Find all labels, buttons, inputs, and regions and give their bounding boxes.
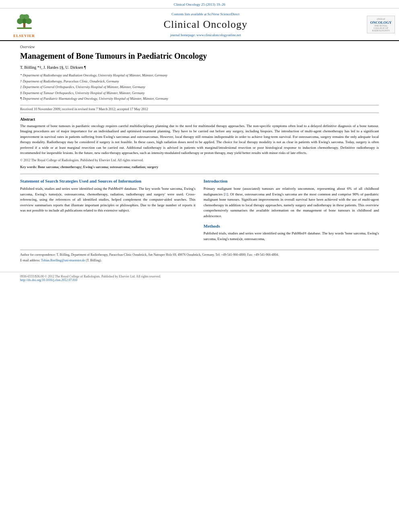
- footer-doi[interactable]: http://dx.doi.org/10.1016/j.clon.2012.07…: [20, 278, 77, 282]
- sciverse-link: Contents lists available at SciVerse Sci…: [48, 12, 363, 16]
- page: Clinical Oncology 25 (2013) 19–26 ELSEVI…: [0, 0, 399, 284]
- article-title: Management of Bone Tumours in Paediatric…: [20, 51, 379, 61]
- author-details: T. Bölling, Department of Radiotherapy, …: [56, 253, 279, 257]
- search-strategies-heading: Statement of Search Strategies Used and …: [20, 178, 195, 184]
- elsevier-logo: ELSEVIER: [4, 11, 44, 38]
- elsevier-label: ELSEVIER: [13, 34, 35, 38]
- journal-ref-bar: Clinical Oncology 25 (2013) 19–26: [0, 0, 399, 8]
- elsevier-tree-icon: [13, 11, 35, 33]
- homepage-url[interactable]: www.clinicaloncologyonline.net: [197, 33, 241, 37]
- footer-notes: Author for correspondence: T. Bölling, D…: [20, 250, 379, 263]
- email-address[interactable]: Tobias.Boelling@uni-muenster.de: [41, 259, 85, 262]
- journal-logo-right: clinical ONCOLOGY THE ROYAL COLLEGE OF R…: [367, 11, 395, 38]
- introduction-text: Primary malignant bone (associated) tumo…: [204, 186, 379, 219]
- co-logo-box: clinical ONCOLOGY THE ROYAL COLLEGE OF R…: [367, 16, 395, 33]
- author-for-correspondence: Author for correspondence: T. Bölling, D…: [20, 253, 379, 257]
- copyright-line: © 2012 The Royal College of Radiologists…: [20, 158, 379, 163]
- footer-issn: 0936-6555/$36.00 © 2012 The Royal Colleg…: [20, 275, 161, 278]
- co-logo-line2: ONCOLOGY: [369, 21, 393, 25]
- journal-header: ELSEVIER Contents lists available at Sci…: [0, 8, 399, 41]
- journal-ref-text: Clinical Oncology 25 (2013) 19–26: [174, 2, 225, 6]
- section-label: Overview: [20, 45, 379, 49]
- abstract-section: Abstract The management of bone tumours …: [20, 117, 379, 169]
- email-suffix: (T. Bölling).: [86, 259, 102, 262]
- authors: T. Bölling *†, J. Hardes ‡§, U. Dirksen …: [20, 65, 379, 70]
- email-label: E-mail address:: [20, 259, 40, 262]
- affiliation-3: ‡ Department of General Orthopaedics, Un…: [20, 84, 379, 90]
- ref-1[interactable]: 1: [225, 192, 227, 196]
- co-logo-line3: THE ROYAL COLLEGE OF RADIOLOGISTS: [369, 25, 393, 32]
- affiliations: * Department of Radiotherapy and Radiati…: [20, 73, 379, 102]
- two-col-section: Statement of Search Strategies Used and …: [20, 178, 379, 242]
- section-divider: [20, 174, 379, 174]
- svg-point-5: [19, 14, 25, 19]
- abstract-text: The management of bone tumours in paedia…: [20, 123, 379, 156]
- article-content: Overview Management of Bone Tumours in P…: [0, 41, 399, 268]
- email-address-line: E-mail address: Tobias.Boelling@uni-muen…: [20, 258, 379, 263]
- svg-rect-0: [17, 27, 32, 29]
- search-strategies-text: Published trials, studies and series wer…: [20, 186, 195, 214]
- affiliation-1: * Department of Radiotherapy and Radiati…: [20, 73, 379, 78]
- co-logo-line1: clinical: [369, 17, 393, 21]
- affiliation-2: † Department of Radiotherapy, Paracelsus…: [20, 79, 379, 84]
- received-dates: Received 10 November 2009; received in r…: [20, 105, 379, 113]
- methods-heading: Methods: [204, 224, 379, 228]
- abstract-title: Abstract: [20, 117, 379, 121]
- right-column: Introduction Primary malignant bone (ass…: [204, 178, 379, 242]
- introduction-heading: Introduction: [204, 178, 379, 184]
- svg-point-6: [24, 14, 29, 19]
- keywords-line: Key words: Bone sarcoma; chemotherapy; E…: [20, 165, 379, 169]
- sciverse-url[interactable]: SciVerse ScienceDirect: [208, 12, 240, 16]
- keywords-label: Key words:: [20, 165, 37, 169]
- methods-text: Published trials, studies and series wer…: [204, 231, 379, 242]
- author-label: Author for correspondence:: [20, 253, 56, 257]
- affiliation-5: ¶ Department of Paediatric Haematology a…: [20, 96, 379, 102]
- keywords-text: Bone sarcoma; chemotherapy; Ewing's sarc…: [38, 165, 158, 169]
- page-footer: 0936-6555/$36.00 © 2012 The Royal Colleg…: [0, 272, 399, 284]
- journal-name: Clinical Oncology: [48, 18, 363, 31]
- left-column: Statement of Search Strategies Used and …: [20, 178, 195, 242]
- affiliation-4: § Department of Tumour Orthopaedics, Uni…: [20, 90, 379, 96]
- journal-homepage: journal homepage: www.clinicaloncologyon…: [48, 33, 363, 37]
- journal-center: Contents lists available at SciVerse Sci…: [44, 11, 367, 38]
